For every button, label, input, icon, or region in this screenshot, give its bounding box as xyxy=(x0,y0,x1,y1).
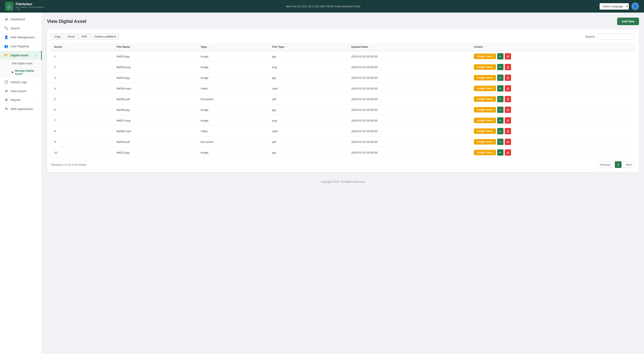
delete-button[interactable]: 🗑 xyxy=(505,53,511,59)
cell-action: Assign Users ✏ 🗑 xyxy=(471,105,635,115)
assign-users-button[interactable]: Assign Users xyxy=(474,118,496,123)
cell-serial: 8 xyxy=(51,126,114,137)
assign-users-button[interactable]: Assign Users xyxy=(474,150,496,155)
col-serial: Serial ↕ xyxy=(51,43,114,51)
chevron-right-icon-4: › xyxy=(37,99,38,101)
sidebar-item-manage-digital-asset[interactable]: Manage Digital Asset xyxy=(8,67,42,77)
table-footer: Showing 1 to 10 of 10 entries Previous 1… xyxy=(51,161,635,168)
delete-button[interactable]: 🗑 xyxy=(505,107,511,113)
chevron-right-icon: › xyxy=(37,36,38,38)
assign-users-button[interactable]: Assign Users xyxy=(474,139,496,145)
edit-button[interactable]: ✏ xyxy=(497,96,504,102)
sidebar-item-web-appearance[interactable]: ⚙ Web Appearance xyxy=(0,104,42,113)
cell-type: Image xyxy=(198,51,270,62)
delete-button[interactable]: 🗑 xyxy=(505,139,511,145)
assign-users-button[interactable]: Assign Users xyxy=(474,128,496,134)
previous-button[interactable]: Previous xyxy=(597,162,614,168)
page-footer: Copyright 2024. All Rights Reserved. xyxy=(47,176,639,187)
edit-button[interactable]: ✏ xyxy=(497,85,504,92)
table-toolbar: Copy Excel PDF Column visibility Search: xyxy=(51,33,635,40)
sidebar-item-user-registrar[interactable]: 👥 User Registrar › xyxy=(0,42,42,51)
delete-button[interactable]: 🗑 xyxy=(505,64,511,70)
assign-users-button[interactable]: Assign Users xyxy=(474,96,496,102)
add-new-button[interactable]: Add New xyxy=(617,17,639,25)
excel-button[interactable]: Excel xyxy=(64,33,78,40)
delete-button[interactable]: 🗑 xyxy=(505,117,511,124)
cell-action: Assign Users ✏ 🗑 xyxy=(471,83,635,94)
edit-button[interactable]: ✏ xyxy=(497,53,504,59)
main-layout: ⊞ Dashboard 🔍 Search 👤 Role Management ›… xyxy=(0,12,644,354)
edit-button[interactable]: ✏ xyxy=(497,64,504,70)
chevron-down-icon: ⌄ xyxy=(35,54,37,57)
sidebar-item-dashboard[interactable]: ⊞ Dashboard xyxy=(0,15,42,24)
current-page-number[interactable]: 1 xyxy=(615,161,622,168)
view-assets-icon: ⚙ xyxy=(4,89,8,93)
cell-action: Assign Users ✏ 🗑 xyxy=(471,94,635,105)
language-select[interactable]: Select LanguageEnglishHindiFrenchSpanish xyxy=(600,3,629,10)
digital-asset-submenu: Add Digital Asset Manage Digital Asset xyxy=(0,60,42,77)
cell-filename: file008.mp4 xyxy=(114,126,198,137)
data-card: Copy Excel PDF Column visibility Search:… xyxy=(47,29,639,172)
copy-button[interactable]: Copy xyxy=(51,33,64,40)
cell-filename: file007.png xyxy=(114,115,198,126)
table-header-row: Serial ↕ File Name ↕ Type ↕ File Type ↕ … xyxy=(51,43,635,51)
delete-button[interactable]: 🗑 xyxy=(505,149,511,156)
cell-serial: 4 xyxy=(51,83,114,94)
cell-uploaddate: 2024-02-23 00:00:00 xyxy=(348,72,471,83)
assign-users-button[interactable]: Assign Users xyxy=(474,86,496,91)
edit-button[interactable]: ✏ xyxy=(497,128,504,134)
search-input[interactable] xyxy=(597,33,635,40)
sidebar-item-role-management[interactable]: 👤 Role Management › xyxy=(0,33,42,42)
sidebar-label-add-digital-asset: Add Digital Asset xyxy=(12,62,32,65)
assign-users-button[interactable]: Assign Users xyxy=(474,54,496,59)
cell-filename: file010.jpg xyxy=(114,147,198,158)
pdf-button[interactable]: PDF xyxy=(78,33,90,40)
cell-filename: file004.mp4 xyxy=(114,83,198,94)
web-appearance-icon: ⚙ xyxy=(4,107,8,111)
sidebar-label-manage-digital-asset: Manage Digital Asset xyxy=(15,69,38,75)
col-uploaddate: Upload Date ↕ xyxy=(348,43,471,51)
edit-button[interactable]: ✏ xyxy=(497,139,504,145)
cell-action: Assign Users ✏ 🗑 xyxy=(471,51,635,62)
sidebar-item-activity-logs[interactable]: 📋 Activity Logs › xyxy=(0,77,42,87)
sidebar-item-search[interactable]: 🔍 Search xyxy=(0,24,42,33)
cell-type: Image xyxy=(198,115,270,126)
assign-users-button[interactable]: Assign Users xyxy=(474,64,496,70)
assign-users-button[interactable]: Assign Users xyxy=(474,107,496,113)
cell-uploaddate: 2024-02-23 00:00:00 xyxy=(348,51,471,62)
sidebar-item-reports[interactable]: 🖥 Reports › xyxy=(0,96,42,104)
delete-button[interactable]: 🗑 xyxy=(505,85,511,92)
header-datetime: Mon Feb 26 2024 20:12:50 GMT+0530 (India… xyxy=(47,5,600,8)
edit-button[interactable]: ✏ xyxy=(497,117,504,124)
cell-uploaddate: 2024-02-23 00:00:00 xyxy=(348,147,471,158)
assign-users-button[interactable]: Assign Users xyxy=(474,75,496,80)
sidebar-item-add-digital-asset[interactable]: Add Digital Asset xyxy=(8,60,42,67)
cell-type: Image xyxy=(198,62,270,72)
table-row: 10 file010.jpg Image jpg 2024-02-23 00:0… xyxy=(51,147,635,158)
col-action: Action ↕ xyxy=(471,43,635,51)
cell-serial: 5 xyxy=(51,94,114,105)
cell-filename: file009.pdf xyxy=(114,137,198,147)
sidebar-item-view-assets[interactable]: ⚙ View Assets xyxy=(0,87,42,96)
table-row: 1 file001.jpg Image jpg 2024-02-23 00:00… xyxy=(51,51,635,62)
cell-serial: 6 xyxy=(51,105,114,115)
cell-filetype: jpg xyxy=(269,105,348,115)
cell-uploaddate: 2024-02-23 00:00:00 xyxy=(348,115,471,126)
next-button[interactable]: Next xyxy=(623,162,635,168)
avatar[interactable]: 👤 xyxy=(632,2,639,10)
column-visibility-button[interactable]: Column visibility xyxy=(91,33,119,40)
delete-button[interactable]: 🗑 xyxy=(505,128,511,134)
cell-action: Assign Users ✏ 🗑 xyxy=(471,147,635,158)
edit-button[interactable]: ✏ xyxy=(497,75,504,81)
edit-button[interactable]: ✏ xyxy=(497,107,504,113)
cell-uploaddate: 2024-02-23 00:00:00 xyxy=(348,105,471,115)
edit-button[interactable]: ✏ xyxy=(497,149,504,156)
cell-serial: 1 xyxy=(51,51,114,62)
chevron-right-icon-3: › xyxy=(37,81,38,83)
table-row: 5 file005.pdf Document pdf 2024-02-23 00… xyxy=(51,94,635,105)
delete-button[interactable]: 🗑 xyxy=(505,75,511,81)
delete-button[interactable]: 🗑 xyxy=(505,96,511,102)
cell-serial: 2 xyxy=(51,62,114,72)
cell-filename: file001.jpg xyxy=(114,51,198,62)
sidebar-item-digital-asset[interactable]: 📂 Digital Asset ⌄ xyxy=(0,51,42,60)
